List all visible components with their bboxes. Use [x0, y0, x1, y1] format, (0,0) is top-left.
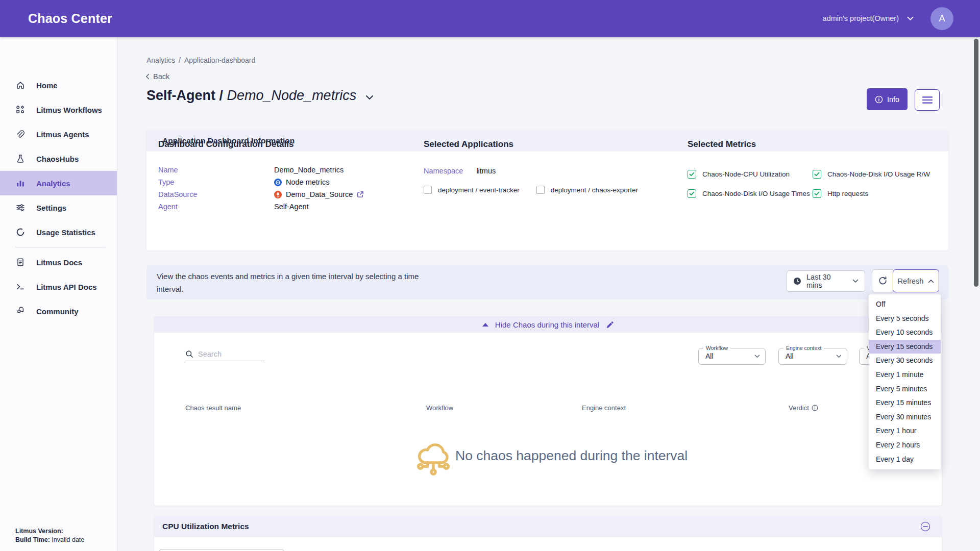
cpu-filter-box-partial[interactable] — [159, 549, 284, 551]
menu-item-every-5-seconds[interactable]: Every 5 seconds — [869, 312, 941, 326]
time-range-value: Last 30 mins — [806, 273, 847, 289]
sidebar-item-litmus-docs[interactable]: Litmus Docs — [0, 250, 117, 274]
docs-icon — [15, 258, 25, 267]
menu-item-off[interactable]: Off — [869, 297, 941, 312]
dashboard-options-button[interactable] — [915, 89, 940, 111]
column-engine-context: Engine context — [582, 404, 626, 412]
metrics-heading: Selected Metrics — [688, 139, 943, 149]
info-button[interactable]: Info — [867, 88, 908, 110]
checkbox-event-tracker[interactable] — [424, 186, 432, 194]
sidebar-item-litmus-agents[interactable]: Litmus Agents — [0, 122, 117, 146]
sidebar-item-chaoshubs[interactable]: ChaosHubs — [0, 146, 117, 171]
agents-icon — [15, 130, 25, 139]
chaos-center-app: Chaos Center admin's project(Owner) A Ho… — [0, 0, 980, 551]
chevron-down-icon — [852, 279, 859, 283]
sidebar-item-settings[interactable]: Settings — [0, 195, 117, 220]
chevron-down-icon — [907, 16, 914, 21]
chaoshubs-icon — [15, 154, 25, 164]
selected-metrics: Selected Metrics Chaos-Node-CPU Utilizat… — [688, 139, 943, 149]
avatar[interactable]: A — [930, 7, 953, 30]
engine-context-filter-select[interactable]: Engine context All — [778, 348, 847, 365]
project-name: admin's project(Owner) — [823, 14, 899, 22]
top-header: Chaos Center admin's project(Owner) A — [0, 0, 980, 37]
search-input[interactable] — [198, 350, 258, 358]
config-row-agent: Agent Self-Agent — [158, 201, 364, 213]
chevron-down-icon — [836, 355, 842, 358]
menu-item-every-15-seconds[interactable]: Every 15 seconds — [869, 340, 941, 354]
chaos-results-card: Hide Chaos during this interval Workflow… — [154, 316, 942, 506]
external-link-icon[interactable] — [357, 191, 364, 198]
config-row-name: Name Demo_Node_metrics — [158, 164, 364, 176]
menu-item-every-1-day[interactable]: Every 1 day — [869, 453, 941, 467]
menu-item-every-30-seconds[interactable]: Every 30 seconds — [869, 354, 941, 368]
checkbox-checked-disk-io-rw[interactable] — [813, 170, 821, 179]
sidebar-item-home[interactable]: Home — [0, 73, 117, 97]
sidebar-item-litmus-api-docs[interactable]: Litmus API Docs — [0, 274, 117, 299]
sidebar-item-community[interactable]: Community — [0, 299, 117, 323]
collapse-minus-icon[interactable] — [920, 521, 930, 532]
chevron-down-icon — [754, 355, 760, 358]
workflow-filter-select[interactable]: Workflow All — [698, 348, 766, 365]
api-docs-icon — [15, 282, 25, 292]
refresh-now-button[interactable] — [872, 269, 893, 292]
application-option: deployment / chaos-exporter — [536, 186, 638, 194]
verdict-info-icon[interactable] — [812, 405, 818, 411]
metric-option: Http requests — [813, 189, 930, 198]
usage-statistics-icon — [15, 228, 25, 237]
triangle-up-icon — [482, 323, 488, 327]
sidebar-divider — [15, 247, 106, 247]
application-option: deployment / event-tracker — [424, 186, 520, 194]
menu-item-every-2-hours[interactable]: Every 2 hours — [869, 438, 941, 453]
dashboard-title-row: Self-Agent / Demo_Node_metrics — [146, 88, 374, 104]
settings-icon — [15, 203, 25, 213]
namespace-row: Namespace litmus — [424, 167, 496, 175]
checkbox-checked-http-requests[interactable] — [813, 189, 821, 198]
sidebar: Home Litmus Workflows Litmus Agents Chao… — [0, 37, 117, 551]
info-icon — [875, 95, 883, 104]
sidebar-item-litmus-workflows[interactable]: Litmus Workflows — [0, 97, 117, 122]
checkbox-checked-disk-io-times[interactable] — [688, 189, 696, 198]
metric-option: Chaos-Node-Disk I/O Usage R/W — [813, 170, 930, 179]
empty-message: No chaos happened during the interval — [455, 448, 688, 464]
breadcrumb-application-dashboard[interactable]: Application-dashboard — [184, 56, 255, 64]
app-title: Chaos Center — [28, 0, 112, 37]
time-range-select[interactable]: Last 30 mins — [787, 270, 865, 292]
project-switcher[interactable]: admin's project(Owner) — [823, 0, 914, 37]
page-title: Self-Agent / Demo_Node_metrics — [146, 88, 356, 104]
dashboard-name: Demo_Node_metrics — [227, 88, 357, 103]
application-checkboxes: deployment / event-tracker deployment / … — [424, 186, 638, 194]
menu-item-every-5-minutes[interactable]: Every 5 minutes — [869, 382, 941, 396]
menu-item-every-15-minutes[interactable]: Every 15 minutes — [869, 396, 941, 410]
breadcrumb: Analytics / Application-dashboard — [146, 56, 255, 64]
menu-item-every-30-minutes[interactable]: Every 30 minutes — [869, 410, 941, 424]
hide-chaos-toggle[interactable]: Hide Chaos during this interval — [154, 316, 942, 333]
build-time-line: Build Time: Invalid date — [15, 536, 84, 544]
refresh-interval-dropdown[interactable]: Refresh — [893, 269, 939, 292]
back-button[interactable]: Back — [145, 72, 169, 81]
litmus-version-line: Litmus Version: — [15, 527, 84, 536]
hamburger-menu-icon — [922, 96, 933, 104]
sidebar-nav: Home Litmus Workflows Litmus Agents Chao… — [0, 37, 117, 323]
column-verdict: Verdict — [789, 404, 818, 412]
refresh-icon — [878, 276, 888, 286]
menu-item-every-1-hour[interactable]: Every 1 hour — [869, 424, 941, 438]
column-chaos-result-name: Chaos result name — [185, 404, 241, 412]
breadcrumb-analytics[interactable]: Analytics — [146, 56, 175, 64]
metric-option: Chaos-Node-CPU Utilization — [688, 170, 813, 179]
menu-item-every-10-seconds[interactable]: Every 10 seconds — [869, 325, 941, 340]
vertical-scrollbar-thumb[interactable] — [974, 39, 978, 287]
sidebar-item-analytics[interactable]: Analytics — [0, 171, 117, 195]
dashboard-switcher-chevron-icon[interactable] — [365, 95, 374, 100]
column-workflow: Workflow — [426, 404, 453, 412]
sidebar-item-usage-statistics[interactable]: Usage Statistics — [0, 220, 117, 244]
home-icon — [15, 81, 25, 90]
clock-icon — [793, 277, 801, 285]
edit-pencil-icon[interactable] — [606, 321, 614, 329]
checkbox-checked-cpu-utilization[interactable] — [688, 170, 696, 179]
search-icon — [185, 350, 193, 358]
dashboard-configuration-details: Dashboard Configuration Details Name Dem… — [158, 164, 364, 213]
menu-item-every-1-minute[interactable]: Every 1 minute — [869, 368, 941, 382]
search-field — [185, 350, 265, 361]
checkbox-chaos-exporter[interactable] — [536, 186, 545, 194]
application-dashboard-information-panel: Application Dashboard Information Dashbo… — [146, 130, 948, 251]
